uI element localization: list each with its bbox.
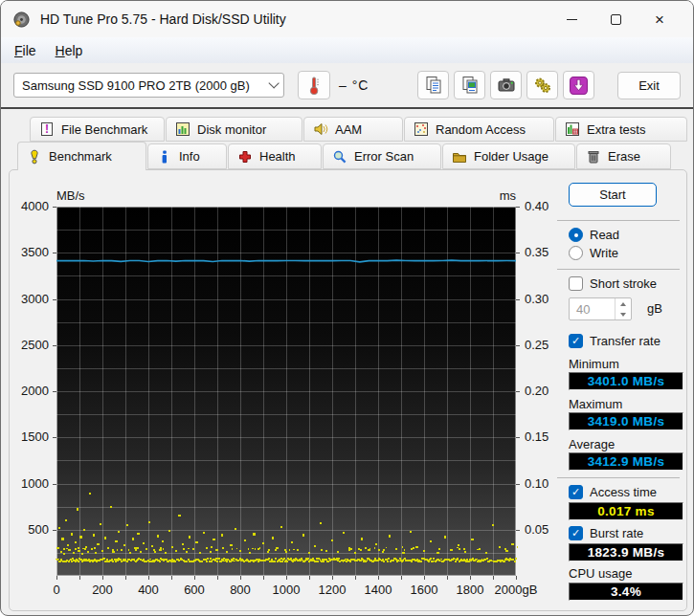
tab-disk-monitor[interactable]: Disk monitor: [166, 117, 302, 142]
toolbar: Samsung SSD 9100 PRO 2TB (2000 gB) – °C: [1, 63, 693, 109]
svg-text:!: !: [45, 122, 49, 136]
y-left-tick-label: 4000: [10, 199, 49, 214]
tab-strip: ! File Benchmark Disk monitor AAM Random…: [1, 111, 693, 169]
y-right-tick-label: 0.25: [525, 338, 548, 353]
axis-unit-label: ms: [487, 188, 516, 203]
read-radio[interactable]: Read: [569, 228, 619, 242]
chevron-down-icon: [268, 77, 279, 88]
options-button[interactable]: [526, 71, 558, 99]
tab-health[interactable]: Health: [228, 143, 322, 169]
y-left-tick-label: 3000: [10, 292, 49, 307]
y-left-tick-label: 2500: [10, 338, 49, 353]
random-access-icon: [414, 121, 429, 137]
access-time-checkbox[interactable]: ✓ Access time: [569, 485, 657, 499]
menu-help[interactable]: Help: [46, 40, 93, 61]
minimize-button[interactable]: [549, 3, 593, 35]
menu-file[interactable]: File: [5, 40, 46, 61]
y-right-tick-label: 0.10: [525, 476, 548, 492]
drive-select[interactable]: Samsung SSD 9100 PRO 2TB (2000 gB): [13, 73, 284, 98]
exit-button[interactable]: Exit: [617, 72, 681, 99]
temperature-button[interactable]: [298, 71, 330, 99]
close-icon: ×: [655, 11, 664, 28]
checkbox-checked-icon: ✓: [569, 334, 583, 348]
checkbox-checked-icon: ✓: [569, 526, 583, 540]
y-right-tick-label: 0.40: [525, 199, 548, 214]
short-stroke-checkbox[interactable]: Short stroke: [569, 276, 657, 291]
tab-folder-usage[interactable]: Folder Usage: [442, 143, 575, 169]
y-left-tick-label: 500: [10, 522, 49, 538]
y-left-tick-label: 3500: [10, 245, 49, 260]
health-cross-icon: [237, 149, 253, 165]
speaker-icon: [313, 121, 328, 137]
axis-unit-label: MB/s: [56, 188, 85, 203]
tab-extra-tests[interactable]: Extra tests: [555, 117, 687, 142]
copy-text-button[interactable]: [417, 71, 449, 99]
tab-error-scan[interactable]: Error Scan: [323, 143, 441, 169]
download-icon: [569, 76, 589, 96]
chart-area: 40003500300025002000150010005000.400.350…: [10, 170, 553, 610]
app-window: HD Tune Pro 5.75 - Hard Disk/SSD Utility…: [0, 0, 694, 616]
burst-rate-checkbox[interactable]: ✓ Burst rate: [569, 526, 643, 540]
maximum-value: 3419.0 MB/s: [569, 412, 683, 430]
tab-erase[interactable]: Erase: [576, 143, 671, 169]
tab-random-access[interactable]: Random Access: [404, 117, 554, 142]
stepper-arrows[interactable]: [615, 298, 631, 319]
y-left-tick-label: 2000: [10, 384, 49, 399]
size-unit-label: gB: [647, 301, 662, 316]
benchmark-sidebar: Start Read Write Short stroke 40: [555, 170, 689, 610]
transfer-rate-checkbox[interactable]: ✓ Transfer rate: [569, 334, 660, 348]
temperature-readout: – °C: [339, 77, 369, 93]
separator: [557, 269, 680, 270]
gears-icon: [533, 76, 552, 95]
menu-bar: File Help: [1, 37, 693, 63]
info-icon: [157, 149, 172, 165]
y-right-tick-label: 0.30: [525, 292, 548, 307]
title-bar: HD Tune Pro 5.75 - Hard Disk/SSD Utility…: [1, 1, 693, 37]
tab-file-benchmark[interactable]: ! File Benchmark: [30, 117, 165, 142]
camera-icon: [497, 76, 516, 95]
checkbox-checked-icon: ✓: [569, 485, 583, 499]
y-right-tick-label: 0.20: [525, 384, 548, 399]
copy-image-button[interactable]: [454, 71, 485, 99]
magnifier-icon: [332, 149, 347, 165]
arrow-down-icon: [620, 313, 626, 317]
average-label: Average: [569, 437, 615, 451]
cpu-usage-value: 3.4%: [569, 583, 683, 601]
burst-rate-value: 1823.9 MB/s: [569, 543, 683, 561]
maximize-icon: [611, 14, 621, 25]
screenshot-button[interactable]: [490, 71, 522, 99]
copy-text-icon: [424, 76, 443, 95]
close-button[interactable]: ×: [638, 3, 682, 35]
y-left-tick-label: 1000: [10, 476, 49, 492]
window-title: HD Tune Pro 5.75 - Hard Disk/SSD Utility: [40, 11, 549, 27]
app-icon: [12, 11, 31, 29]
y-right-tick-label: 0.15: [525, 429, 548, 445]
benchmark-icon: [27, 149, 42, 165]
maximize-button[interactable]: [593, 3, 638, 35]
disk-monitor-icon: [175, 121, 190, 137]
y-left-tick-label: 1500: [10, 429, 49, 445]
minimum-value: 3401.0 MB/s: [569, 372, 683, 390]
short-stroke-size-stepper[interactable]: 40: [569, 297, 632, 320]
tab-info[interactable]: Info: [147, 143, 227, 169]
benchmark-plot: [56, 207, 516, 576]
tab-benchmark[interactable]: Benchmark: [17, 142, 146, 170]
file-benchmark-icon: !: [39, 121, 55, 137]
save-results-button[interactable]: [563, 71, 594, 99]
drive-select-value: Samsung SSD 9100 PRO 2TB (2000 gB): [22, 78, 250, 93]
thermometer-icon: [305, 75, 323, 97]
extra-tests-icon: [565, 121, 580, 137]
trash-icon: [586, 149, 601, 165]
minimum-label: Minimum: [569, 357, 619, 371]
tab-aam[interactable]: AAM: [303, 117, 403, 142]
average-value: 3412.9 MB/s: [569, 452, 683, 471]
start-button[interactable]: Start: [569, 183, 657, 207]
separator: [557, 220, 680, 221]
y-right-tick-label: 0.05: [525, 522, 548, 538]
x-tick-label: 2000gB: [487, 583, 545, 598]
minimize-icon: [567, 19, 577, 20]
y-right-tick-label: 0.35: [525, 245, 548, 260]
checkbox-unchecked-icon: [569, 276, 583, 291]
write-radio[interactable]: Write: [569, 246, 618, 260]
cpu-usage-label: CPU usage: [569, 566, 632, 581]
